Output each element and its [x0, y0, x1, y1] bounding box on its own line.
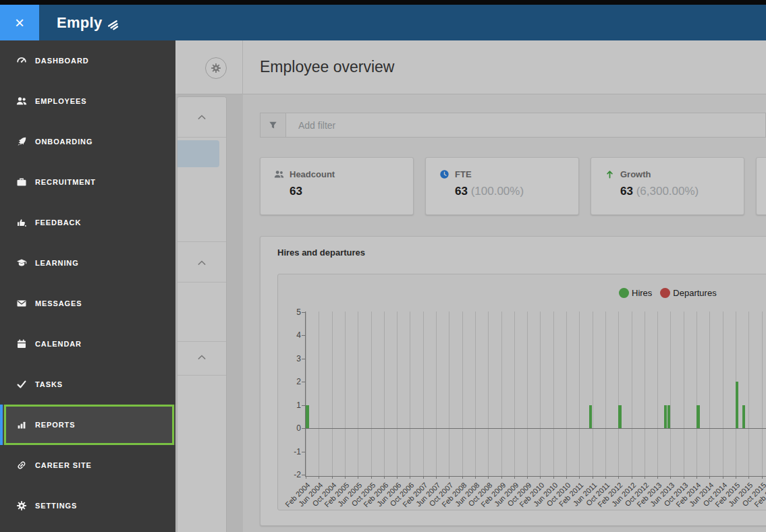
gridline — [645, 312, 645, 476]
y-axis-line — [305, 312, 306, 476]
gridline — [488, 312, 489, 476]
check-icon — [16, 379, 27, 390]
divider — [177, 375, 226, 376]
gridline — [762, 312, 763, 476]
app-logo-text: Emply — [57, 14, 103, 32]
filter-bar — [260, 113, 766, 138]
rocket-icon — [16, 136, 27, 147]
content-region: Employee overview Headcount63 FTE63 (100… — [175, 40, 766, 532]
sidebar-item-label: ONBOARDING — [35, 138, 92, 146]
sidebar-item-reports[interactable]: REPORTS — [0, 405, 175, 445]
stat-card-growth: Growth63 (6,300.00%) — [591, 157, 744, 215]
gridline — [501, 312, 502, 476]
chevron-up-icon[interactable] — [197, 113, 207, 122]
gridline — [540, 312, 541, 476]
top-black-strip — [0, 0, 766, 5]
gridline — [723, 312, 723, 476]
bar-hires — [589, 405, 593, 429]
selected-report-item[interactable] — [177, 140, 219, 167]
app-logo: Emply — [57, 5, 119, 40]
gridline — [566, 312, 567, 476]
stat-card-extra: (100.00%) — [471, 185, 524, 198]
gridline — [475, 312, 476, 476]
sidebar-item-career-site[interactable]: CAREER SITE — [0, 445, 175, 485]
sidebar-item-messages[interactable]: MESSAGES — [0, 283, 175, 324]
gridline — [384, 312, 385, 476]
bar-chart-icon — [16, 419, 27, 430]
sidebar-item-onboarding[interactable]: ONBOARDING — [0, 121, 175, 162]
emply-logo-glyph — [107, 18, 119, 30]
gridline — [684, 312, 684, 476]
gridline — [345, 312, 346, 476]
gridline — [423, 312, 424, 476]
chart-plot-area: Hires Departures 543210-1-2Feb 2004Jun 2… — [277, 274, 766, 510]
graduation-cap-icon — [16, 258, 27, 268]
chevron-up-icon[interactable] — [197, 353, 207, 362]
y-tick-label: 2 — [281, 377, 301, 386]
sidebar-item-learning[interactable]: LEARNING — [0, 243, 175, 283]
divider — [177, 137, 226, 138]
bar-hires — [696, 405, 700, 429]
envelope-icon — [16, 298, 27, 309]
bar-hires — [736, 382, 739, 428]
sidebar-item-feedback[interactable]: FEEDBACK — [0, 202, 175, 243]
gauge-icon — [16, 55, 27, 66]
gridline — [462, 312, 463, 476]
sidebar-item-employees[interactable]: EMPLOYEES — [0, 81, 175, 121]
sidebar-item-dashboard[interactable]: DASHBOARD — [0, 40, 175, 81]
reports-panel-header — [175, 40, 243, 94]
legend-item-hires: Hires — [619, 288, 652, 298]
highlight-annotation — [4, 405, 174, 445]
stat-card-label: FTE — [455, 169, 472, 179]
briefcase-icon — [16, 177, 27, 187]
sidebar-item-label: RECRUITMENT — [35, 178, 96, 186]
gridline — [358, 312, 358, 476]
stat-card-label: Growth — [620, 169, 651, 179]
gridline — [605, 312, 606, 476]
gridline — [553, 312, 554, 476]
gridline — [709, 312, 710, 476]
clock-icon — [439, 169, 449, 179]
sidebar-item-label: LEARNING — [35, 259, 79, 267]
funnel-icon — [268, 120, 278, 130]
gear-icon — [16, 500, 27, 511]
hires-legend-dot — [619, 288, 629, 298]
sidebar-item-label: REPORTS — [35, 421, 75, 429]
panel-settings-button[interactable] — [205, 57, 227, 79]
people-icon — [274, 169, 284, 179]
x-axis-line — [305, 476, 766, 477]
stat-card-headcount: Headcount63 — [260, 157, 414, 215]
gridline — [436, 312, 437, 476]
gear-icon — [211, 63, 221, 73]
thumbs-up-icon — [16, 217, 27, 228]
sidebar-item-recruitment[interactable]: RECRUITMENT — [0, 162, 175, 202]
bar-hires — [618, 405, 622, 429]
bar-hires — [742, 405, 746, 429]
gridline — [670, 312, 671, 476]
gridline — [696, 312, 697, 476]
add-filter-input[interactable] — [286, 113, 765, 137]
sidebar-item-calendar[interactable]: CALENDAR — [0, 324, 175, 364]
sidebar-item-label: DASHBOARD — [35, 57, 89, 65]
y-tick-label: 5 — [281, 307, 301, 317]
calendar-icon — [16, 338, 27, 349]
y-tick-label: -1 — [281, 447, 301, 456]
chevron-up-icon[interactable] — [197, 258, 207, 268]
chart-card: Hires and departures Hires Departures 54… — [260, 236, 766, 526]
bar-hires — [667, 405, 671, 429]
gridline — [371, 312, 372, 476]
page-titlebar: Employee overview — [243, 40, 766, 94]
y-tick-label: -2 — [281, 470, 301, 479]
page-title: Employee overview — [260, 40, 766, 94]
gridline — [632, 312, 632, 476]
gridline — [657, 312, 658, 476]
sidebar-item-tasks[interactable]: TASKS — [0, 364, 175, 405]
sidebar-item-settings[interactable]: SETTINGS — [0, 485, 175, 526]
sidebar-item-label: CALENDAR — [35, 340, 82, 348]
gridline — [332, 312, 333, 476]
chart-legend: Hires Departures — [619, 288, 717, 298]
close-menu-button[interactable]: × — [0, 5, 39, 40]
active-indicator-bar — [0, 405, 3, 445]
filter-button[interactable] — [261, 113, 286, 137]
departures-legend-dot — [660, 288, 670, 298]
